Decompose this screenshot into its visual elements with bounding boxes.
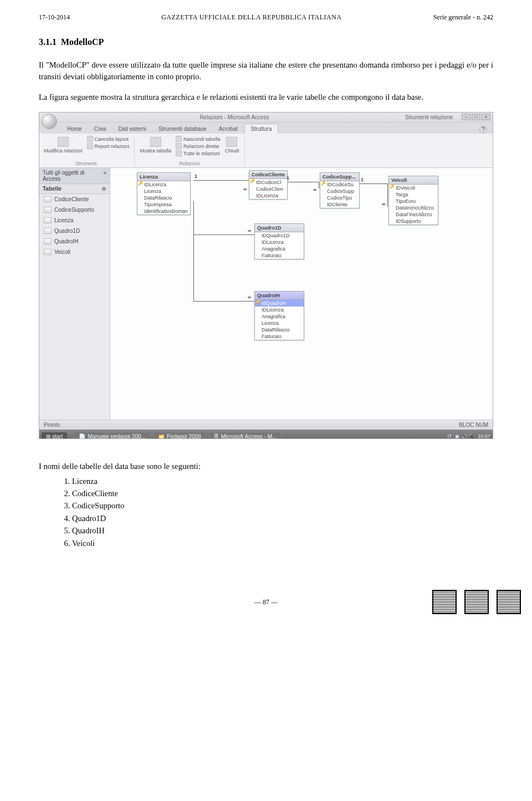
field: IDLicenza [255,307,304,313]
header-publication: GAZZETTA UFFICIALE DELLA REPUBBLICA ITAL… [161,13,341,22]
field: TipoImpresa [137,201,190,208]
x-icon [87,136,93,142]
field: Fatturato [255,252,304,259]
paragraph-2: La figura seguente mostra la struttura g… [39,91,493,103]
field: IDVeicoli [389,185,438,191]
relations-canvas[interactable]: 1 ∞ 1 ∞ 1 ∞ ∞ ∞ Licenza IDLic [110,168,493,420]
table-header: CodiceSupp... [320,173,359,181]
nav-item-codicecliente[interactable]: CodiceCliente [39,194,110,205]
all-icon [176,150,182,156]
mostra-tabella-button[interactable]: Mostra tabella [139,136,173,156]
table-icon [44,217,52,223]
table-codicecliente[interactable]: CodiceCliente IDCodiceCl CodiceClien IDL… [249,170,288,200]
nav-header[interactable]: Tutti gli oggetti di Access « [39,168,110,184]
report-relazioni-button[interactable]: Report relazioni [87,143,130,149]
table-quadroih[interactable]: QuadroIH IdQuadroH IDLicenza Anagrafica … [254,291,304,340]
office-button[interactable] [42,114,57,129]
qr-code-icon [464,590,489,614]
navigation-pane: Tutti gli oggetti di Access « Tabelle ☆ … [39,168,110,420]
list-item: Quadro1D [72,512,493,524]
tab-dati-esterni[interactable]: Dati esterni [112,124,152,134]
nav-item-veicoli[interactable]: Veicoli [39,247,110,257]
window-subtitle: Strumenti relazione [405,114,453,120]
qr-code-icon [432,590,457,614]
field: Fatturato [255,333,304,340]
minimize-button[interactable]: – [462,114,470,120]
table-codicesupp[interactable]: CodiceSupp... IDCodiceSu CodiceSupp Codi… [320,172,360,208]
show-table-icon [150,137,161,147]
start-button[interactable]: ⊞ start [42,432,67,440]
field: Licenza [137,188,190,195]
tray-icons[interactable]: ◉ 🔊 🔌 [455,433,474,439]
page-footer: — 87 — [39,588,493,616]
field: IDLicenza [137,181,190,188]
window-buttons: – □ x [462,114,490,120]
table-icon [44,196,52,202]
field: Targa [389,191,438,198]
chevron-down-icon: ☆ [101,186,106,192]
section-heading: 3.1.1 ModelloCP [39,37,493,47]
titlebar: Relazioni - Microsoft Access Strumenti r… [39,113,493,123]
relazioni-dirette-button[interactable]: Relazioni dirette [176,143,221,149]
ribbon-group-label: Strumenti [43,161,130,166]
nascondi-tabella-button[interactable]: Nascondi tabella [176,136,221,142]
status-left: Pronto [44,422,60,428]
maximize-button[interactable]: □ [472,114,480,120]
ribbon: Modifica relazioni Cancella layout Repor… [39,134,493,168]
status-right: BLOC NUM [459,422,488,428]
section-title: ModelloCP [61,37,104,47]
close-button[interactable]: x [482,114,490,120]
field: IDCliente [320,201,359,208]
status-bar: Pronto BLOC NUM [39,420,493,430]
table-quadro1d[interactable]: Quadro1D IDQuadro1D IDLicenza Anagrafica… [254,223,304,259]
header-date: 17-10-2014 [39,13,70,22]
list-item: Licenza [72,475,493,487]
tab-strumenti-database[interactable]: Strumenti database [153,124,212,134]
relations-icon [58,137,69,147]
folder-icon: 📁 [158,433,165,440]
nav-item-licenza[interactable]: Licenza [39,215,110,226]
modifica-relazioni-button[interactable]: Modifica relazioni [43,136,84,155]
system-tray: IT ◉ 🔊 🔌 10.57 [447,433,490,439]
taskbar-item[interactable]: 🗄Microsoft Access - M... [208,432,282,440]
table-header: Veicoli [389,176,438,185]
hide-icon [176,136,182,142]
list-item: Veicoli [72,537,493,549]
cardinality-many: ∞ [248,294,251,300]
help-button[interactable]: ? [479,126,487,134]
table-veicoli[interactable]: Veicoli IDVeicoli Targa TipoEuro DataIni… [388,176,438,225]
chiudi-button[interactable]: Chiudi [224,136,241,156]
relazioni-small-buttons: Nascondi tabella Relazioni dirette Tutte… [176,136,221,156]
page-header: 17-10-2014 GAZZETTA UFFICIALE DELLA REPU… [39,13,493,22]
tab-acrobat[interactable]: Acrobat [213,124,243,134]
ribbon-group-relazioni: Mostra tabella Nascondi tabella Relazion… [139,136,245,166]
tab-home[interactable]: Home [62,124,88,134]
language-indicator[interactable]: IT [447,433,452,439]
cardinality-many: ∞ [248,228,251,233]
field: DataRilascio [255,326,304,333]
table-licenza[interactable]: Licenza IDLicenza Licenza DataRilascio T… [137,172,191,215]
tutte-relazioni-button[interactable]: Tutte le relazioni [176,150,221,156]
cancella-layout-button[interactable]: Cancella layout [87,136,130,142]
nav-category-tabelle[interactable]: Tabelle ☆ [39,184,110,194]
nav-item-quadro1d[interactable]: Quadro1D [39,226,110,236]
doc-icon: 📄 [79,433,85,440]
nav-item-codicesupporto[interactable]: CodiceSupporto [39,205,110,215]
list-intro: I nomi delle tabelle del data base sono … [39,460,493,472]
table-names-list: Licenza CodiceCliente CodiceSupporto Qua… [72,475,493,550]
clock[interactable]: 10.57 [478,433,490,439]
field-selected: IdQuadroH [255,300,304,307]
tab-crea[interactable]: Crea [89,124,112,134]
tab-struttura[interactable]: Struttura [244,124,278,134]
access-icon: 🗄 [213,433,219,440]
nav-item-quadroih[interactable]: QuadroIH [39,236,110,247]
field: IDLicenza [255,239,304,246]
field: Licenza [255,320,304,326]
field: IDQuadro1D [255,232,304,239]
taskbar-item[interactable]: 📁Pedaggi 2008 [153,432,206,440]
ribbon-group-label: Relazioni [139,161,241,166]
list-item: CodiceSupporto [72,499,493,512]
taskbar-item[interactable]: 📄Manuale pedaggi 200... [74,432,151,440]
table-icon [44,238,52,244]
strumenti-small-buttons: Cancella layout Report relazioni [87,136,130,155]
